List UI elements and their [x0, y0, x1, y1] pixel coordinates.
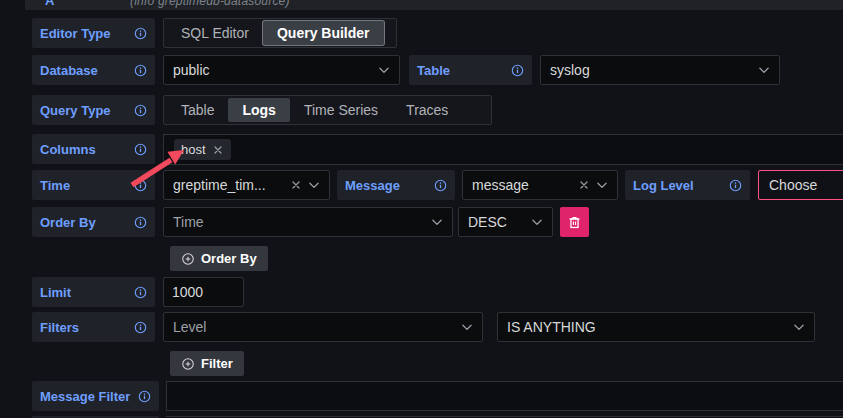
filter-column-value: Level [173, 319, 206, 335]
table-select[interactable]: syslog [540, 55, 780, 85]
remove-order-by-button[interactable] [560, 207, 589, 237]
query-ref-id: A [45, 0, 54, 8]
clear-icon[interactable] [290, 179, 302, 191]
message-filter-label: Message Filter [32, 381, 159, 411]
columns-multiselect[interactable]: host [163, 134, 843, 165]
chevron-down-icon [430, 215, 444, 229]
limit-label-text: Limit [40, 285, 71, 300]
filter-operator-value: IS ANYTHING [507, 319, 596, 335]
clear-icon[interactable] [578, 179, 590, 191]
table-label-text: Table [417, 63, 450, 78]
columns-label: Columns [32, 134, 155, 164]
info-icon[interactable] [134, 179, 147, 192]
message-label-text: Message [345, 178, 400, 193]
info-icon[interactable] [138, 390, 151, 403]
order-by-label: Order By [32, 207, 155, 237]
column-tag-label: host [181, 142, 206, 157]
database-label-text: Database [40, 63, 98, 78]
chevron-down-icon [307, 178, 321, 192]
plus-circle-icon [181, 252, 195, 266]
database-value: public [173, 62, 210, 78]
datasource-note: (info greptimedb-datasource) [130, 0, 290, 8]
columns-label-text: Columns [40, 142, 96, 157]
info-icon[interactable] [729, 179, 742, 192]
order-by-direction-select[interactable]: DESC [458, 207, 553, 237]
editor-type-label-text: Editor Type [40, 26, 111, 41]
info-icon[interactable] [134, 321, 147, 334]
chevron-down-icon [460, 320, 474, 334]
remove-tag-icon[interactable] [212, 144, 224, 156]
editor-type-label: Editor Type [32, 18, 155, 48]
message-column-select[interactable]: message [462, 170, 618, 200]
info-icon[interactable] [134, 27, 147, 40]
table-value: syslog [550, 62, 590, 78]
message-column-value: message [472, 177, 529, 193]
query-type-option-time-series[interactable]: Time Series [290, 98, 392, 122]
log-level-label: Log Level [625, 170, 750, 200]
query-type-label-text: Query Type [40, 103, 111, 118]
message-filter-input[interactable] [166, 381, 843, 411]
info-icon[interactable] [134, 286, 147, 299]
add-order-by-button[interactable]: Order By [170, 246, 268, 271]
order-by-column-select[interactable]: Time [163, 207, 453, 237]
query-editor-panel: A (info greptimedb-datasource) Editor Ty… [0, 0, 843, 418]
info-icon[interactable] [134, 64, 147, 77]
query-type-group: Table Logs Time Series Traces [163, 95, 492, 125]
filters-label: Filters [32, 312, 155, 342]
log-level-label-text: Log Level [633, 178, 694, 193]
query-type-option-traces[interactable]: Traces [392, 98, 462, 122]
order-by-label-text: Order By [40, 215, 96, 230]
query-type-option-logs[interactable]: Logs [228, 98, 289, 122]
info-icon[interactable] [134, 143, 147, 156]
log-level-placeholder: Choose [769, 177, 817, 193]
filters-label-text: Filters [40, 320, 79, 335]
query-row-header[interactable]: A (info greptimedb-datasource) [25, 0, 843, 10]
add-order-by-label: Order By [201, 251, 257, 266]
add-filter-label: Filter [201, 356, 233, 371]
chevron-down-icon [792, 320, 806, 334]
trash-icon [566, 214, 583, 231]
editor-type-option-query-builder[interactable]: Query Builder [263, 21, 384, 45]
table-label: Table [409, 55, 532, 85]
editor-type-group: SQL Editor Query Builder [163, 18, 397, 48]
filter-operator-select[interactable]: IS ANYTHING [497, 312, 815, 342]
order-by-column-value: Time [173, 214, 204, 230]
editor-type-option-sql-editor[interactable]: SQL Editor [167, 21, 263, 45]
chevron-down-icon [530, 215, 544, 229]
info-icon[interactable] [134, 216, 147, 229]
order-by-direction-value: DESC [468, 214, 507, 230]
time-column-select[interactable]: greptime_tim... [163, 170, 330, 200]
database-select[interactable]: public [163, 55, 400, 85]
plus-circle-icon [181, 357, 195, 371]
message-label: Message [337, 170, 455, 200]
chevron-down-icon [757, 63, 771, 77]
info-icon[interactable] [434, 179, 447, 192]
limit-input[interactable] [163, 277, 244, 307]
chevron-down-icon [377, 63, 391, 77]
query-type-option-table[interactable]: Table [167, 98, 228, 122]
log-level-select[interactable]: Choose [758, 170, 843, 200]
chevron-down-icon [595, 178, 609, 192]
time-column-value: greptime_tim... [173, 177, 266, 193]
query-type-label: Query Type [32, 95, 155, 125]
info-icon[interactable] [134, 104, 147, 117]
time-label: Time [32, 170, 155, 200]
limit-label: Limit [32, 277, 155, 307]
time-label-text: Time [40, 178, 70, 193]
filter-column-select[interactable]: Level [163, 312, 483, 342]
message-filter-label-text: Message Filter [40, 389, 130, 404]
info-icon[interactable] [511, 64, 524, 77]
add-filter-button[interactable]: Filter [170, 351, 244, 376]
column-tag-host: host [174, 139, 231, 160]
database-label: Database [32, 55, 155, 85]
